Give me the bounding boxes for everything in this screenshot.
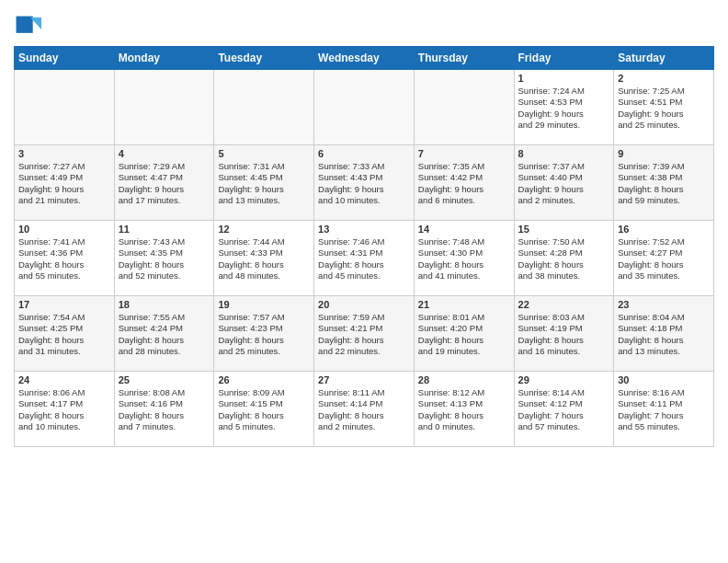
- day-number: 30: [618, 374, 710, 385]
- day-info-line: Daylight: 8 hours: [18, 410, 110, 421]
- calendar-cell: 23Sunrise: 8:04 AMSunset: 4:18 PMDayligh…: [614, 296, 714, 372]
- day-info-line: and 22 minutes.: [318, 346, 410, 357]
- day-info-line: Sunset: 4:17 PM: [18, 398, 110, 409]
- day-info-line: and 2 minutes.: [518, 195, 610, 206]
- day-info-line: and 10 minutes.: [18, 421, 110, 432]
- day-number: 16: [618, 224, 710, 235]
- calendar-cell: 27Sunrise: 8:11 AMSunset: 4:14 PMDayligh…: [314, 372, 415, 447]
- day-number: 2: [618, 73, 710, 84]
- calendar-cell: 25Sunrise: 8:08 AMSunset: 4:16 PMDayligh…: [114, 372, 214, 447]
- day-info-line: Sunset: 4:25 PM: [18, 323, 110, 334]
- day-info-line: Sunrise: 7:55 AM: [119, 312, 210, 323]
- calendar-week-row: 24Sunrise: 8:06 AMSunset: 4:17 PMDayligh…: [15, 372, 714, 447]
- day-info-line: and 2 minutes.: [318, 421, 410, 432]
- day-of-week-header: Friday: [514, 47, 614, 70]
- calendar-cell: 11Sunrise: 7:43 AMSunset: 4:35 PMDayligh…: [114, 221, 214, 296]
- day-number: 27: [318, 374, 410, 385]
- day-info-line: Sunrise: 7:39 AM: [618, 161, 710, 172]
- day-info-line: Sunrise: 7:24 AM: [518, 86, 610, 97]
- header-row: SundayMondayTuesdayWednesdayThursdayFrid…: [15, 47, 714, 70]
- day-info-line: Daylight: 8 hours: [119, 410, 210, 421]
- day-number: 29: [518, 374, 610, 385]
- day-number: 8: [518, 148, 610, 159]
- day-info-line: and 28 minutes.: [119, 346, 210, 357]
- day-number: 15: [518, 224, 610, 235]
- day-number: 17: [18, 299, 110, 310]
- day-number: 14: [418, 224, 510, 235]
- day-info-line: Daylight: 9 hours: [418, 184, 510, 195]
- logo-icon: ◼: [14, 13, 41, 40]
- day-info-line: and 55 minutes.: [618, 421, 710, 432]
- calendar-cell: 10Sunrise: 7:41 AMSunset: 4:36 PMDayligh…: [15, 221, 115, 296]
- day-number: 23: [618, 299, 710, 310]
- calendar-cell: 15Sunrise: 7:50 AMSunset: 4:28 PMDayligh…: [514, 221, 614, 296]
- day-info-line: Sunset: 4:35 PM: [119, 247, 210, 259]
- calendar-cell: 21Sunrise: 8:01 AMSunset: 4:20 PMDayligh…: [414, 296, 514, 372]
- day-info-line: Sunrise: 7:46 AM: [318, 236, 410, 247]
- day-info-line: and 21 minutes.: [18, 195, 110, 206]
- page-container: ◼ SundayMondayTuesdayWednesdayThursdayFr…: [0, 0, 728, 452]
- calendar-table: SundayMondayTuesdayWednesdayThursdayFrid…: [14, 46, 714, 447]
- day-info-line: Daylight: 9 hours: [218, 184, 310, 195]
- day-info-line: and 48 minutes.: [218, 270, 310, 282]
- day-info-line: Sunrise: 8:14 AM: [518, 387, 610, 398]
- day-info-line: Daylight: 8 hours: [218, 335, 310, 346]
- day-info-line: Sunrise: 8:04 AM: [618, 312, 710, 323]
- day-info-line: Sunset: 4:14 PM: [318, 398, 410, 409]
- calendar-cell: 3Sunrise: 7:27 AMSunset: 4:49 PMDaylight…: [15, 145, 115, 221]
- day-info-line: Sunrise: 7:31 AM: [218, 161, 310, 172]
- day-info-line: Sunset: 4:45 PM: [218, 172, 310, 183]
- day-of-week-header: Thursday: [414, 47, 514, 70]
- calendar-cell: 2Sunrise: 7:25 AMSunset: 4:51 PMDaylight…: [614, 70, 714, 145]
- day-info-line: and 16 minutes.: [518, 346, 610, 357]
- day-info-line: and 52 minutes.: [119, 270, 210, 282]
- day-number: 7: [418, 148, 510, 159]
- calendar-cell: 14Sunrise: 7:48 AMSunset: 4:30 PMDayligh…: [414, 221, 514, 296]
- day-info-line: Sunrise: 7:29 AM: [119, 161, 210, 172]
- day-info-line: Sunset: 4:24 PM: [119, 323, 210, 334]
- day-info-line: and 35 minutes.: [618, 270, 710, 282]
- calendar-week-row: 10Sunrise: 7:41 AMSunset: 4:36 PMDayligh…: [15, 221, 714, 296]
- day-info-line: and 57 minutes.: [518, 421, 610, 432]
- day-info-line: Sunset: 4:31 PM: [318, 247, 410, 259]
- calendar-cell: 26Sunrise: 8:09 AMSunset: 4:15 PMDayligh…: [214, 372, 314, 447]
- day-info-line: Sunrise: 7:37 AM: [518, 161, 610, 172]
- calendar-week-row: 1Sunrise: 7:24 AMSunset: 4:53 PMDaylight…: [15, 70, 714, 145]
- calendar-week-row: 17Sunrise: 7:54 AMSunset: 4:25 PMDayligh…: [15, 296, 714, 372]
- calendar-cell: 22Sunrise: 8:03 AMSunset: 4:19 PMDayligh…: [514, 296, 614, 372]
- day-info-line: Sunset: 4:53 PM: [518, 97, 610, 108]
- calendar-cell: [214, 70, 314, 145]
- day-info-line: Sunset: 4:27 PM: [618, 247, 710, 259]
- day-number: 26: [218, 374, 310, 385]
- day-info-line: Daylight: 8 hours: [418, 259, 510, 270]
- day-info-line: Sunrise: 8:03 AM: [518, 312, 610, 323]
- day-info-line: Sunrise: 7:35 AM: [418, 161, 510, 172]
- day-info-line: Sunrise: 8:11 AM: [318, 387, 410, 398]
- day-number: 22: [518, 299, 610, 310]
- day-info-line: Daylight: 8 hours: [18, 335, 110, 346]
- day-info-line: Sunset: 4:23 PM: [218, 323, 310, 334]
- day-info-line: and 6 minutes.: [418, 195, 510, 206]
- calendar-cell: 17Sunrise: 7:54 AMSunset: 4:25 PMDayligh…: [15, 296, 115, 372]
- day-info-line: and 45 minutes.: [318, 270, 410, 282]
- day-number: 28: [418, 374, 510, 385]
- day-number: 9: [618, 148, 710, 159]
- calendar-cell: [15, 70, 115, 145]
- day-of-week-header: Sunday: [15, 47, 115, 70]
- day-info-line: Daylight: 8 hours: [318, 259, 410, 270]
- day-info-line: Daylight: 8 hours: [218, 259, 310, 270]
- day-info-line: Sunset: 4:38 PM: [618, 172, 710, 183]
- day-info-line: Sunrise: 8:01 AM: [418, 312, 510, 323]
- day-info-line: Daylight: 9 hours: [618, 109, 710, 120]
- day-info-line: Sunrise: 7:57 AM: [218, 312, 310, 323]
- calendar-cell: 13Sunrise: 7:46 AMSunset: 4:31 PMDayligh…: [314, 221, 415, 296]
- day-info-line: and 55 minutes.: [18, 270, 110, 282]
- day-info-line: Sunset: 4:51 PM: [618, 97, 710, 108]
- day-info-line: Daylight: 7 hours: [618, 410, 710, 421]
- day-info-line: Daylight: 8 hours: [518, 259, 610, 270]
- day-info-line: Sunset: 4:42 PM: [418, 172, 510, 183]
- day-info-line: Sunset: 4:43 PM: [318, 172, 410, 183]
- day-number: 6: [318, 148, 410, 159]
- day-info-line: Sunrise: 7:25 AM: [618, 86, 710, 97]
- calendar-cell: 24Sunrise: 8:06 AMSunset: 4:17 PMDayligh…: [15, 372, 115, 447]
